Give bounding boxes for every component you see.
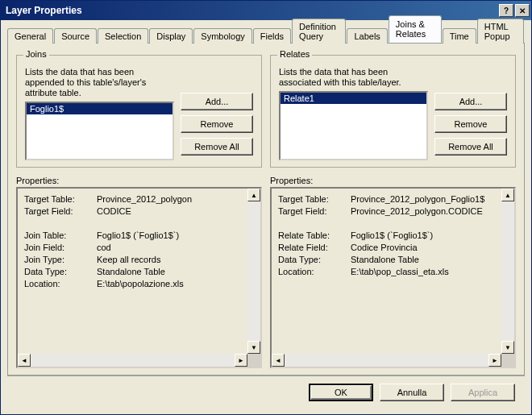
tab-joins-relates[interactable]: Joins & Relates xyxy=(389,15,442,43)
property-row: Target Table:Province_2012_polygon_Fogli… xyxy=(278,193,508,205)
property-value: CODICE xyxy=(97,205,254,218)
tab-general[interactable]: General xyxy=(7,28,53,44)
property-value: Province_2012_polygon_Foglio1$ xyxy=(351,193,508,205)
apply-button[interactable]: Applica xyxy=(451,384,515,401)
property-key: Location: xyxy=(278,266,351,278)
titlebar: Layer Properties ? ✕ xyxy=(1,1,531,20)
property-key: Data Type: xyxy=(24,266,97,278)
property-row: Target Field:CODICE xyxy=(24,205,254,218)
tab-display[interactable]: Display xyxy=(149,28,193,44)
relates-listbox[interactable]: Relate1 xyxy=(279,91,428,160)
property-value: Foglio1$ (`Foglio1$`) xyxy=(351,230,508,242)
tab-panel-joins-relates: Joins Lists the data that has been appen… xyxy=(7,43,525,376)
property-key: Join Table: xyxy=(24,230,97,242)
list-item[interactable]: Foglio1$ xyxy=(27,103,172,114)
client-area: GeneralSourceSelectionDisplaySymbologyFi… xyxy=(1,20,531,414)
joins-add-button[interactable]: Add... xyxy=(181,93,253,110)
joins-desc: Lists the data that has been appended to… xyxy=(25,67,174,98)
relates-remove-all-button[interactable]: Remove All xyxy=(434,138,507,156)
property-value: Keep all records xyxy=(97,254,254,266)
property-row: Relate Table:Foglio1$ (`Foglio1$`) xyxy=(278,230,508,242)
property-row: Data Type:Standalone Table xyxy=(24,266,254,278)
tab-source[interactable]: Source xyxy=(54,28,97,44)
ok-button[interactable]: OK xyxy=(309,384,373,401)
relates-legend: Relates xyxy=(277,49,312,59)
scroll-corner xyxy=(501,354,514,367)
relates-group-left: Lists the data that has been associated … xyxy=(279,67,428,160)
list-item[interactable]: Relate1 xyxy=(281,93,426,104)
dialog-buttons: OK Annulla Applica xyxy=(7,376,525,408)
relates-side: Relates Lists the data that has been ass… xyxy=(270,50,516,368)
property-row: Relate Field:Codice Provincia xyxy=(278,242,508,254)
property-key: Location: xyxy=(24,278,97,290)
joins-group-left: Lists the data that has been appended to… xyxy=(25,67,174,160)
cancel-button[interactable]: Annulla xyxy=(380,384,444,401)
joins-listbox[interactable]: Foglio1$ xyxy=(25,102,174,160)
relates-properties-box: Target Table:Province_2012_polygon_Fogli… xyxy=(270,187,516,368)
property-value: Province_2012_polygon.CODICE xyxy=(351,205,508,218)
property-row: Join Field:cod xyxy=(24,242,254,254)
property-key: Relate Field: xyxy=(278,242,351,254)
property-row: Target Field:Province_2012_polygon.CODIC… xyxy=(278,205,508,218)
scroll-left-icon[interactable]: ◄ xyxy=(272,354,285,367)
tab-html-popup[interactable]: HTML Popup xyxy=(477,19,524,44)
scroll-down-icon[interactable]: ▼ xyxy=(247,341,260,354)
joins-remove-all-button[interactable]: Remove All xyxy=(181,138,253,156)
property-row: Join Table:Foglio1$ (`Foglio1$`) xyxy=(24,230,254,242)
tab-symbology[interactable]: Symbology xyxy=(193,28,251,44)
tab-labels[interactable]: Labels xyxy=(347,28,387,44)
property-row: Data Type:Standalone Table xyxy=(278,254,508,266)
relates-props-label: Properties: xyxy=(270,176,516,185)
property-value: Codice Provincia xyxy=(351,242,508,254)
tab-fields[interactable]: Fields xyxy=(253,28,291,44)
property-row: Target Table:Province_2012_polygon xyxy=(24,193,254,205)
scroll-down-icon[interactable]: ▼ xyxy=(501,341,514,354)
property-value: Standalone Table xyxy=(97,266,254,278)
scroll-up-icon[interactable]: ▲ xyxy=(247,189,260,201)
property-row: Location:E:\tab\pop_classi_eta.xls xyxy=(278,266,508,278)
horizontal-scrollbar[interactable]: ◄ ► xyxy=(18,354,247,367)
scroll-up-icon[interactable]: ▲ xyxy=(501,189,514,201)
property-value: Province_2012_polygon xyxy=(97,193,254,205)
property-row: Join Type:Keep all records xyxy=(24,254,254,266)
tab-strip: GeneralSourceSelectionDisplaySymbologyFi… xyxy=(7,25,525,43)
scroll-corner xyxy=(247,354,260,367)
joins-side: Joins Lists the data that has been appen… xyxy=(16,50,262,368)
tab-definition-query[interactable]: Definition Query xyxy=(292,19,346,44)
tab-time[interactable]: Time xyxy=(443,28,476,44)
property-row: Location:E:\tab\popolazione.xls xyxy=(24,278,254,290)
property-key: Join Type: xyxy=(24,254,97,266)
scroll-right-icon[interactable]: ► xyxy=(235,354,247,367)
joins-group: Joins Lists the data that has been appen… xyxy=(16,55,262,168)
property-key: Target Field: xyxy=(278,205,351,218)
property-key: Target Table: xyxy=(278,193,351,205)
scroll-track[interactable] xyxy=(501,201,514,341)
horizontal-scrollbar[interactable]: ◄ ► xyxy=(272,354,501,367)
property-key: Target Field: xyxy=(24,205,97,218)
property-value: cod xyxy=(97,242,254,254)
layer-properties-dialog: Layer Properties ? ✕ GeneralSourceSelect… xyxy=(0,0,532,415)
tab-selection[interactable]: Selection xyxy=(98,28,148,44)
joins-remove-button[interactable]: Remove xyxy=(181,115,253,133)
property-value: Standalone Table xyxy=(351,254,508,266)
property-value: E:\tab\popolazione.xls xyxy=(97,278,254,290)
scroll-track[interactable] xyxy=(31,354,235,367)
relates-desc: Lists the data that has been associated … xyxy=(279,67,428,88)
relates-remove-button[interactable]: Remove xyxy=(434,115,507,133)
vertical-scrollbar[interactable]: ▲ ▼ xyxy=(501,189,514,354)
relates-add-button[interactable]: Add... xyxy=(434,93,507,110)
scroll-track[interactable] xyxy=(285,354,488,367)
help-button[interactable]: ? xyxy=(499,4,513,17)
scroll-right-icon[interactable]: ► xyxy=(488,354,501,367)
property-key: Join Field: xyxy=(24,242,97,254)
relates-group: Relates Lists the data that has been ass… xyxy=(270,55,516,168)
vertical-scrollbar[interactable]: ▲ ▼ xyxy=(247,189,260,354)
property-value: E:\tab\pop_classi_eta.xls xyxy=(351,266,508,278)
joins-legend: Joins xyxy=(23,49,49,59)
scroll-left-icon[interactable]: ◄ xyxy=(18,354,31,367)
relates-buttons: Add... Remove Remove All xyxy=(434,67,507,160)
window-title: Layer Properties xyxy=(6,5,497,16)
property-key: Target Table: xyxy=(24,193,97,205)
close-button[interactable]: ✕ xyxy=(515,4,530,17)
scroll-track[interactable] xyxy=(247,201,260,341)
